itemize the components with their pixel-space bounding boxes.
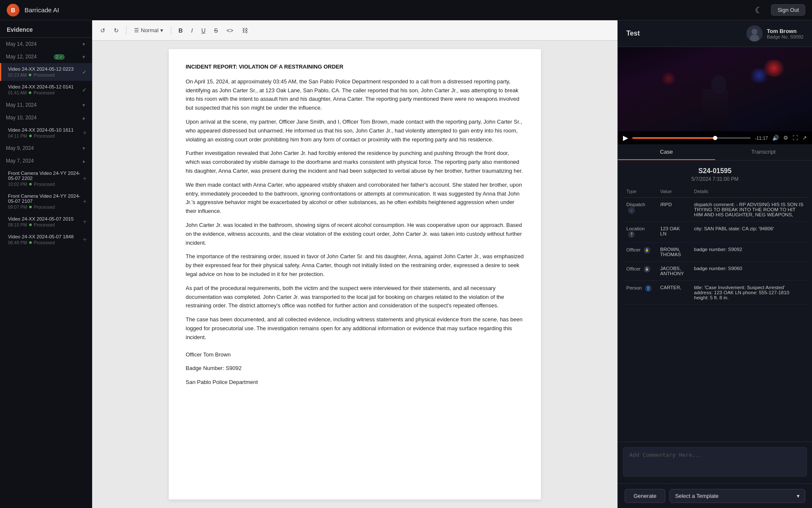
style-dropdown[interactable]: ☰ Normal ▾ (131, 25, 167, 35)
officer-details: Tom Brown Badge No. S9092 (767, 28, 804, 39)
progress-thumb (713, 136, 717, 140)
topnav: B Barricade AI ☾ Sign Out (0, 0, 812, 20)
chevron-icon: ▼ (82, 103, 86, 108)
case-info: S24-01595 5/7/2024 7:31:00 PM (618, 160, 812, 185)
toolbar-divider (126, 26, 126, 35)
date-header-may9[interactable]: May 9, 2024 ▼ (0, 142, 92, 155)
list-item[interactable]: Front Camera Video 24-YY 2024-05-07 2107… (0, 190, 92, 213)
value-cell: CARTER, (657, 281, 691, 305)
sign-out-button[interactable]: Sign Out (771, 4, 805, 16)
italic-button[interactable]: I (188, 25, 196, 36)
value-cell: BROWN, THOMAS (657, 243, 691, 262)
sidebar: Evidence May 14, 2024 ▼ May 12, 2024 2 ✓… (0, 20, 92, 508)
right-panel: Test Tom Brown Badge No. S9092 (617, 20, 812, 508)
table-row: Officer 👮 BROWN, THOMAS badge number: S9… (623, 243, 807, 262)
details-cell: badge number: S9060 (691, 262, 807, 281)
video-background (618, 47, 812, 144)
video-controls: ▶ -11:17 🔊 ⚙ ⛶ ↗ (618, 131, 812, 144)
case-table-wrap[interactable]: Type Value Details Dispatch ♪ /RPD dispa… (618, 185, 812, 442)
add-icon[interactable]: + (83, 236, 87, 243)
video-title: Video 24-XX 2024-05-12 0141 (8, 84, 86, 89)
editor-paragraph[interactable]: Upon arrival at the scene, my partner, O… (186, 118, 524, 144)
add-icon[interactable]: + (83, 218, 87, 226)
redo-button[interactable]: ↻ (111, 25, 122, 36)
play-button[interactable]: ▶ (623, 134, 628, 142)
table-row: Person 👤 CARTER, title: 'Case Involvemen… (623, 281, 807, 305)
link-button[interactable]: ⛓ (239, 25, 251, 36)
bold-button[interactable]: B (176, 25, 186, 36)
strikethrough-icon: S (214, 27, 218, 34)
add-icon[interactable]: + (83, 129, 87, 137)
list-item[interactable]: Video 24-XX 2024-05-10 1611 04:11 PM Pro… (0, 124, 92, 142)
date-header-may10[interactable]: May 10, 2024 ▲ (0, 111, 92, 124)
value-cell: /RPD (657, 198, 691, 222)
avatar (746, 25, 763, 41)
date-header-may14[interactable]: May 14, 2024 ▼ (0, 38, 92, 50)
video-meta: 09:07 PM Processed (8, 204, 86, 210)
settings-icon[interactable]: ⚙ (783, 135, 788, 141)
date-header-may7[interactable]: May 7, 2024 ▲ (0, 155, 92, 167)
app-logo: B (7, 4, 19, 17)
list-item[interactable]: Video 24-XX 2024-05-07 1848 06:48 PM Pro… (0, 231, 92, 248)
tab-transcript[interactable]: Transcript (715, 144, 812, 160)
editor-paragraph[interactable]: We then made contact with Anna Carter, w… (186, 181, 524, 216)
add-icon[interactable]: + (83, 175, 87, 182)
add-icon[interactable]: + (83, 198, 87, 205)
template-dropdown[interactable]: Select a Template ▾ (669, 489, 805, 503)
location-icon: 📍 (628, 231, 635, 238)
tab-case[interactable]: Case (618, 144, 715, 160)
date-label: May 12, 2024 (6, 54, 37, 60)
video-meta: 08:15 PM Processed (8, 222, 86, 227)
editor-paragraph[interactable]: On April 15, 2024, at approximately 03:4… (186, 77, 524, 113)
editor-paragraph[interactable]: The case has been documented, and all co… (186, 315, 524, 342)
volume-icon[interactable]: 🔊 (772, 135, 779, 141)
date-header-may11[interactable]: May 11, 2024 ▼ (0, 99, 92, 111)
list-item[interactable]: Video 24-XX 2024-05-07 2015 08:15 PM Pro… (0, 213, 92, 231)
code-button[interactable]: <> (223, 25, 236, 36)
date-label: May 9, 2024 (6, 145, 34, 151)
date-group-may14: May 14, 2024 ▼ (0, 38, 92, 50)
editor-paragraph[interactable]: As part of the procedural requirements, … (186, 284, 524, 310)
type-cell: Dispatch ♪ (623, 198, 657, 222)
theme-icon[interactable]: ☾ (755, 5, 763, 15)
commentary-input[interactable] (623, 447, 807, 477)
type-cell: Officer 👮 (623, 243, 657, 262)
signature-badge: Badge Number: S9092 (186, 364, 524, 373)
editor-paragraph[interactable]: The importance of the restraining order,… (186, 252, 524, 279)
video-scene (618, 47, 812, 144)
video-title: Front Camera Video 24-YY 2024-05-07 2202 (8, 171, 86, 181)
chevron-icon: ▲ (82, 116, 86, 120)
video-player: ▶ -11:17 🔊 ⚙ ⛶ ↗ (618, 47, 812, 144)
table-row: Dispatch ♪ /RPD dispatch comment: - RP A… (623, 198, 807, 222)
officer-info: Tom Brown Badge No. S9092 (746, 25, 804, 41)
date-group-may7: May 7, 2024 ▲ Front Camera Video 24-YY 2… (0, 155, 92, 248)
panel-tabs: Case Transcript (618, 144, 812, 160)
status-dot (29, 206, 32, 208)
status-dot (29, 135, 32, 137)
editor-document[interactable]: INCIDENT REPORT: VIOLATION OF A RESTRAIN… (169, 49, 541, 500)
officer-icon: 👮 (644, 266, 650, 273)
external-link-icon[interactable]: ↗ (802, 135, 807, 141)
editor-scroll[interactable]: INCIDENT REPORT: VIOLATION OF A RESTRAIN… (92, 41, 617, 508)
editor-paragraph[interactable]: Further investigation revealed that John… (186, 149, 524, 175)
app-title: Barricade AI (25, 6, 750, 14)
list-item[interactable]: Video 24-XX 2024-05-12 0223 02:23 AM Pro… (0, 63, 92, 81)
fullscreen-icon[interactable]: ⛶ (793, 135, 798, 141)
editor-paragraph[interactable]: John Carter Jr. was located in the bathr… (186, 221, 524, 247)
list-item[interactable]: Video 24-XX 2024-05-12 0141 01:41 AM Pro… (0, 81, 92, 99)
italic-icon: I (191, 27, 193, 34)
signature: Officer Tom Brown Badge Number: S9092 Sa… (186, 351, 524, 387)
date-header-may12[interactable]: May 12, 2024 2 ✓ ▼ (0, 50, 92, 63)
svg-point-2 (750, 35, 759, 41)
sidebar-title: Evidence (0, 20, 92, 38)
case-id: S24-01595 (626, 167, 804, 175)
underline-button[interactable]: U (198, 25, 208, 36)
video-progress-bar[interactable] (632, 137, 751, 139)
progress-fill (632, 137, 717, 139)
strikethrough-button[interactable]: S (211, 25, 221, 36)
main-layout: Evidence May 14, 2024 ▼ May 12, 2024 2 ✓… (0, 20, 812, 508)
undo-button[interactable]: ↺ (97, 25, 108, 36)
date-group-may9: May 9, 2024 ▼ (0, 142, 92, 155)
generate-button[interactable]: Generate (625, 489, 665, 503)
list-item[interactable]: Front Camera Video 24-YY 2024-05-07 2202… (0, 167, 92, 190)
